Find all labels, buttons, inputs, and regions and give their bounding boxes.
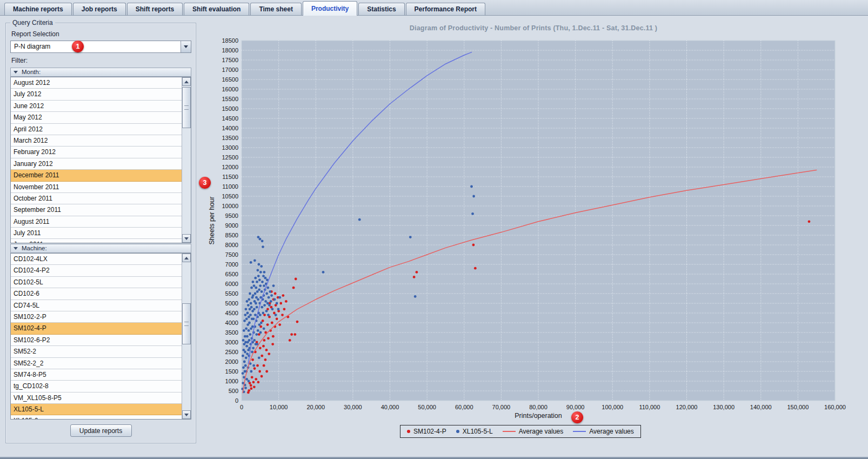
tab-statistics[interactable]: Statistics (358, 3, 404, 15)
tab-job-reports[interactable]: Job reports (73, 3, 126, 15)
svg-text:13000: 13000 (222, 144, 238, 151)
machine-item-xl105-5-l[interactable]: XL105-5-L (11, 404, 182, 415)
machine-item-cd102-6[interactable]: CD102-6 (11, 288, 182, 300)
machine-item-vm-xl105-8-p5[interactable]: VM_XL105-8-P5 (11, 393, 182, 404)
tab-shift-evaluation[interactable]: Shift evaluation (184, 3, 249, 15)
arrow-down-icon (184, 237, 189, 240)
svg-text:100,000: 100,000 (602, 404, 623, 410)
svg-text:120,000: 120,000 (676, 404, 698, 410)
report-selection-dropdown[interactable]: P-N diagram (10, 41, 191, 53)
month-item-december-2011[interactable]: December 2011 (11, 170, 182, 181)
dropdown-arrow-button[interactable] (181, 41, 191, 52)
svg-text:40,000: 40,000 (381, 404, 399, 410)
scroll-up-button[interactable] (182, 254, 191, 262)
svg-text:12500: 12500 (222, 154, 238, 161)
machine-item-cd74-5l[interactable]: CD74-5L (11, 300, 182, 311)
month-item-june-2012[interactable]: June 2012 (11, 101, 182, 112)
svg-text:20,000: 20,000 (306, 404, 325, 410)
machine-scrollbar[interactable] (182, 254, 191, 419)
svg-text:8000: 8000 (225, 242, 238, 248)
legend-label: SM102-4-P (413, 428, 446, 435)
svg-text:4500: 4500 (225, 310, 238, 316)
machine-item-cd102-5l[interactable]: CD102-5L (11, 277, 182, 288)
svg-text:10000: 10000 (222, 203, 238, 209)
svg-text:13500: 13500 (222, 135, 238, 141)
month-item-june-2011[interactable]: June 2011 (11, 239, 182, 243)
scroll-thumb[interactable] (182, 303, 191, 344)
month-item-february-2012[interactable]: February 2012 (11, 147, 182, 158)
pn-diagram: 0500100015002000250030003500400045005000… (199, 16, 868, 424)
svg-text:30,000: 30,000 (344, 404, 362, 410)
machine-item-sm102-4-p[interactable]: SM102-4-P (11, 323, 182, 334)
tab-bar: Machine reportsJob reportsShift reportsS… (0, 0, 868, 16)
svg-text:7000: 7000 (225, 261, 238, 268)
month-item-january-2012[interactable]: January 2012 (11, 158, 182, 170)
legend-point-marker (456, 430, 459, 433)
svg-text:2500: 2500 (225, 349, 238, 355)
dropdown-value: P-N diagram (14, 41, 50, 52)
month-list: August 2012July 2012June 2012May 2012Apr… (10, 77, 191, 243)
month-item-october-2011[interactable]: October 2011 (11, 193, 182, 204)
legend-item-average-values-3: Average values (573, 428, 634, 435)
legend-line-marker (573, 431, 586, 432)
machine-item-sm102-6-p2[interactable]: SM102-6-P2 (11, 335, 182, 346)
svg-text:7500: 7500 (225, 251, 238, 258)
scroll-down-button[interactable] (182, 410, 191, 419)
month-list-rows: August 2012July 2012June 2012May 2012Apr… (11, 77, 182, 243)
machine-item-sm52-2-2[interactable]: SM52-2_2 (11, 358, 182, 369)
callout-badge-2: 2 (571, 411, 583, 423)
month-item-august-2012[interactable]: August 2012 (11, 77, 182, 89)
machine-item-cd102-4-p2[interactable]: CD102-4-P2 (11, 265, 182, 276)
arrow-up-icon (184, 81, 189, 83)
svg-text:2000: 2000 (225, 358, 238, 365)
month-item-september-2011[interactable]: September 2011 (11, 204, 182, 216)
month-item-august-2011[interactable]: August 2011 (11, 216, 182, 228)
month-scrollbar[interactable] (182, 77, 191, 243)
tab-performance-report[interactable]: Performance Report (406, 3, 485, 15)
window-bottom-edge (0, 457, 868, 459)
tab-shift-reports[interactable]: Shift reports (127, 3, 183, 15)
scroll-down-button[interactable] (182, 234, 191, 243)
svg-text:90,000: 90,000 (566, 404, 585, 410)
filter-label: Filter: (11, 57, 28, 64)
month-item-march-2012[interactable]: March 2012 (11, 135, 182, 147)
machine-item-sm102-2-p[interactable]: SM102-2-P (11, 311, 182, 323)
svg-text:11000: 11000 (222, 183, 238, 190)
machine-section-header[interactable]: Machine: (10, 244, 191, 253)
svg-text:12000: 12000 (222, 164, 238, 170)
svg-text:160,000: 160,000 (824, 404, 846, 410)
month-item-july-2012[interactable]: July 2012 (11, 89, 182, 100)
tab-productivity[interactable]: Productivity (303, 1, 357, 16)
month-item-may-2012[interactable]: May 2012 (11, 112, 182, 123)
tab-machine-reports[interactable]: Machine reports (4, 3, 72, 15)
svg-text:0: 0 (240, 404, 243, 410)
month-item-july-2011[interactable]: July 2011 (11, 228, 182, 239)
svg-text:4000: 4000 (225, 320, 238, 326)
svg-text:17500: 17500 (222, 57, 238, 63)
month-item-november-2011[interactable]: November 2011 (11, 182, 182, 193)
collapse-icon (14, 71, 18, 74)
legend-item-average-values-2: Average values (503, 428, 564, 435)
machine-item-xl105-6[interactable]: XL105-6 (11, 415, 182, 419)
update-reports-button[interactable]: Update reports (70, 424, 132, 437)
svg-text:18500: 18500 (222, 37, 238, 44)
svg-text:9000: 9000 (225, 222, 238, 229)
tab-time-sheet[interactable]: Time sheet (250, 3, 301, 15)
legend-line-marker (503, 431, 516, 432)
panel-title: Query Criteria (10, 19, 55, 26)
svg-text:50,000: 50,000 (418, 404, 436, 410)
machine-item-tg-cd102-8[interactable]: tg_CD102-8 (11, 381, 182, 392)
scroll-thumb[interactable] (182, 87, 191, 128)
machine-item-cd102-4lx[interactable]: CD102-4LX (11, 254, 182, 265)
month-section-header[interactable]: Month: (10, 68, 191, 77)
month-item-april-2012[interactable]: April 2012 (11, 124, 182, 135)
machine-item-sm52-2[interactable]: SM52-2 (11, 346, 182, 357)
chevron-down-icon (184, 45, 188, 48)
machine-item-sm74-8-p5[interactable]: SM74-8-P5 (11, 369, 182, 381)
y-axis-title: Sheets per hour (208, 197, 216, 245)
legend-item-sm102-4-p-0: SM102-4-P (407, 428, 446, 435)
scroll-up-button[interactable] (182, 77, 191, 86)
svg-text:3500: 3500 (225, 329, 238, 336)
machine-section-label: Machine: (22, 245, 47, 251)
svg-text:14500: 14500 (222, 115, 238, 122)
